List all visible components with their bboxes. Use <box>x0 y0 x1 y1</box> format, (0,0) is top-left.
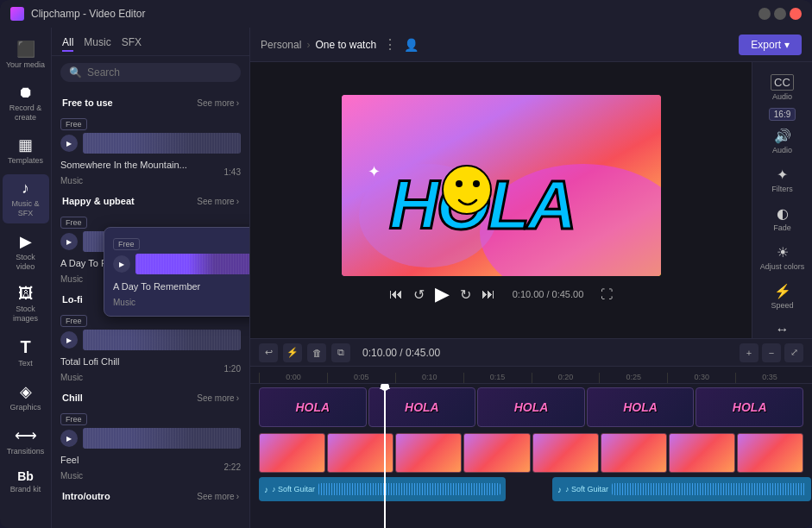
music-type: Music <box>60 471 83 481</box>
video-clip[interactable] <box>669 433 735 473</box>
sidebar-item-transitions[interactable]: ⟷ Transitions <box>3 421 49 462</box>
sidebar-item-stock-video[interactable]: ▶ Stock video <box>3 227 49 277</box>
video-track[interactable] <box>259 433 803 473</box>
breadcrumb: Personal › One to watch <box>261 39 376 51</box>
video-clip[interactable] <box>737 433 803 473</box>
time-display: 0:10.00 / 0:45.00 <box>513 289 584 299</box>
list-item[interactable]: Free ▶ Total Lofi Chill Music 1:20 <box>52 308 249 387</box>
transition-button[interactable]: ↔ Transition <box>756 317 809 338</box>
video-frame: HOLA ✦ <box>342 95 661 276</box>
audio-button[interactable]: 🔊 Audio <box>756 123 809 160</box>
speed-label: Speed <box>771 301 793 310</box>
minimize-button[interactable] <box>758 8 771 20</box>
hola-mini-text: HOLA <box>405 400 439 414</box>
sidebar-item-templates[interactable]: ▦ Templates <box>3 130 49 171</box>
more-options-button[interactable]: ⋮ <box>383 36 397 53</box>
hola-mini-text: HOLA <box>623 400 658 414</box>
play-button-sm[interactable]: ▶ <box>60 331 78 349</box>
video-clip[interactable] <box>395 433 462 473</box>
sidebar-item-text[interactable]: T Text <box>3 332 49 374</box>
waveform <box>83 330 241 350</box>
stock-video-icon: ▶ <box>20 232 32 251</box>
app-logo <box>10 7 24 21</box>
play-button-sm[interactable]: ▶ <box>60 430 78 447</box>
fade-button[interactable]: ◐ Fade <box>756 200 809 237</box>
svg-point-5 <box>456 180 463 187</box>
filters-button[interactable]: ✦ Filters <box>756 161 809 198</box>
play-button-sm[interactable]: ▶ <box>60 135 78 152</box>
see-more-free[interactable]: See more › <box>197 98 239 108</box>
profile-icon[interactable]: 👤 <box>404 38 419 52</box>
list-item[interactable]: Free ▶ A Day To Remember Music Free <box>52 210 249 289</box>
export-button[interactable]: Export ▾ <box>739 35 802 55</box>
tab-all[interactable]: All <box>62 35 73 52</box>
search-bar[interactable]: 🔍 <box>60 63 241 82</box>
maximize-button[interactable] <box>774 8 786 20</box>
tab-sfx[interactable]: SFX <box>122 35 142 52</box>
music-note-icon: ♪ <box>557 485 562 494</box>
section-title-free: Free to use <box>62 97 113 108</box>
hola-clip[interactable]: HOLA <box>259 387 367 427</box>
free-badge: Free <box>60 217 87 229</box>
zoom-out-button[interactable]: − <box>762 343 781 362</box>
transitions-label: Transitions <box>7 447 45 456</box>
sidebar-item-stock-images[interactable]: 🖼 Stock images <box>3 280 49 329</box>
text-label: Text <box>18 359 33 368</box>
video-clip[interactable] <box>259 433 325 473</box>
breadcrumb-current[interactable]: One to watch <box>315 39 376 51</box>
music-icon: ♪ <box>22 179 29 198</box>
list-item[interactable]: Free ▶ Feel Music 2:22 <box>52 406 249 486</box>
delete-button[interactable]: 🗑 <box>307 343 326 362</box>
forward-button[interactable]: ↻ <box>460 286 471 303</box>
sidebar-item-brand-kit[interactable]: Bb Brand kit <box>3 464 49 500</box>
play-button-sm[interactable]: ▶ <box>60 233 78 250</box>
list-item[interactable]: Free ▶ Somewhere In the Mountain... Musi… <box>52 111 249 191</box>
waveform-row: ▶ <box>60 133 241 154</box>
hola-clip[interactable]: HOLA <box>696 387 803 427</box>
sidebar-item-record-create[interactable]: ⏺ Record & create <box>3 79 49 128</box>
music-duration: 1:20 <box>224 364 241 374</box>
adjust-colors-button[interactable]: ☀ Adjust colors <box>756 239 809 276</box>
fit-button[interactable]: ⤢ <box>784 343 803 362</box>
sidebar-item-graphics[interactable]: ◈ Graphics <box>3 377 49 418</box>
tab-music[interactable]: Music <box>84 35 110 52</box>
templates-icon: ▦ <box>18 135 33 154</box>
see-more-happy[interactable]: See more › <box>197 197 239 206</box>
audio-clip-1[interactable]: ♪ ♪ Soft Guitar <box>259 477 506 501</box>
rewind-button[interactable]: ↺ <box>413 286 425 303</box>
audio-waveform <box>612 483 806 495</box>
captions-button[interactable]: CC Audio <box>756 69 809 106</box>
audio-clip-2[interactable]: ♪ ♪ Soft Guitar <box>552 477 811 501</box>
video-clip[interactable] <box>463 433 530 473</box>
sidebar-item-your-media[interactable]: ⬛ Your media <box>3 35 49 75</box>
top-bar-actions: Export ▾ <box>739 35 802 55</box>
see-more-chill[interactable]: See more › <box>197 393 239 403</box>
sidebar-item-music-sfx[interactable]: ♪ Music & SFX <box>3 174 49 223</box>
breadcrumb-personal[interactable]: Personal <box>261 39 301 51</box>
aspect-ratio-badge[interactable]: 16:9 <box>769 108 796 121</box>
see-more-intro-outro[interactable]: See more › <box>197 492 239 501</box>
video-clip[interactable] <box>532 433 599 473</box>
ruler-mark: 0:20 <box>532 373 600 383</box>
play-pause-button[interactable]: ▶ <box>435 283 450 305</box>
hola-sticker-track[interactable]: HOLA HOLA HOLA HOLA HOLA <box>259 387 803 427</box>
window-controls <box>758 8 802 20</box>
skip-forward-button[interactable]: ⏭ <box>482 286 495 302</box>
music-note-icon: ♪ <box>264 485 268 494</box>
speed-button[interactable]: ⚡ Speed <box>756 278 809 315</box>
close-button[interactable] <box>790 8 802 20</box>
skip-back-button[interactable]: ⏮ <box>389 286 403 302</box>
hola-clip[interactable]: HOLA <box>587 387 695 427</box>
search-input[interactable] <box>87 66 232 79</box>
play-button-sm[interactable]: ▶ <box>113 255 130 273</box>
hola-clip[interactable]: HOLA <box>477 387 585 427</box>
video-clip[interactable] <box>601 433 667 473</box>
undo-button[interactable]: ↩ <box>259 343 278 362</box>
audio-clip-label: ♪ Soft Guitar <box>565 485 608 493</box>
hola-mini-text: HOLA <box>295 400 330 414</box>
copy-button[interactable]: ⧉ <box>331 343 350 362</box>
fullscreen-button[interactable]: ⛶ <box>601 287 613 301</box>
playhead[interactable] <box>384 384 386 528</box>
zoom-in-button[interactable]: + <box>740 343 758 362</box>
split-button[interactable]: ⚡ <box>283 343 302 362</box>
